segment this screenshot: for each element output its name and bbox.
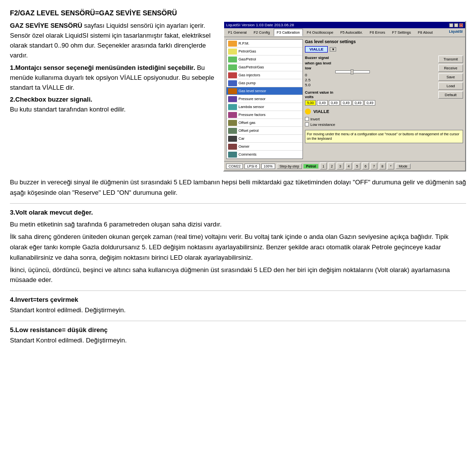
app-window: LiquidSI Version 1.03 Date 2013.06.28 _ … [223,21,466,171]
tab-f2[interactable]: F2 Config [251,29,273,36]
sensor-gas-injectors[interactable]: Gas injectors [227,71,302,79]
divider-3 [10,321,466,321]
cv-values-row: 5,00 0,49 0,49 0,49 0,49 0,49 [305,100,433,106]
sensor-rpm[interactable]: R.P.M. [227,40,302,48]
tab-f5[interactable]: F5 Autocalibr. [337,29,365,36]
lambda-icon [228,104,237,110]
slider-track[interactable] [335,70,370,73]
s3-heading: 3.Volt olarak mevcut değer. [10,209,93,216]
buzzer-info: Buzzer signalwhen gas levellow 0 2.5 5.0 [305,56,331,87]
gas-icon [228,56,237,62]
com-status: COM22 [226,164,243,169]
s4-heading: 4.Invert=ters çevirmek [10,296,78,303]
close-btn[interactable]: × [459,23,463,27]
num-btn-8[interactable]: 8 [379,163,386,170]
s5-body: Standart Kontrol edilmedi. Değiştirmeyin… [10,337,127,344]
default-button[interactable]: Default [438,91,463,99]
app-logo: LiquidSI [447,29,464,36]
main-layout: GAZ SEVİYE SENSÖRÜ sayfası LiquidsI sens… [10,21,466,171]
sensor-pressure-factors[interactable]: Pressure factors [227,111,302,119]
num-btn-star[interactable]: * [387,163,394,170]
sensor-gas-pump[interactable]: Gas pump [227,79,302,87]
tab-f4[interactable]: F4 Oscilloscope [304,29,336,36]
transmit-button[interactable]: Transmit [438,56,463,63]
buzzer-label: Buzzer signalwhen gas levellow [305,56,331,71]
slider-thumb [351,69,354,74]
comments-icon [228,152,237,158]
settings-title: Gas level sensor settings [305,39,463,44]
invert-label: Invert [310,117,320,121]
section2-buzzer-text: Bu buzzer in vereceği sinyal ile düğmeni… [10,177,466,198]
tab-f1[interactable]: F1 General [225,29,250,36]
pressure-icon [228,96,237,102]
pump-icon [228,80,237,86]
lpsi-status: LPSi 6 [244,164,260,169]
sensor-car[interactable]: Car [227,135,302,143]
section5: 5.Low resistance= düşük direnç Standart … [10,325,466,346]
load-button[interactable]: Load [438,82,463,90]
percent-status: 100% [261,164,275,169]
buzzer-val2: 2.5 [305,78,331,82]
yellow-indicator [305,109,311,114]
app-title-text: LiquidSI Version 1.03 Date 2013.06.28 [226,23,294,27]
settings-panel: Gas level sensor settings VIALLE ▼ Buzze [305,39,463,159]
sensor-gas-level[interactable]: Gas level sensor [227,87,302,95]
num-btn-6[interactable]: 6 [362,163,369,170]
num-btn-4[interactable]: 4 [345,163,352,170]
sensor-gas-petrol[interactable]: Gas/Petrol [227,56,302,63]
tab-f3[interactable]: F3 Calibration [274,29,303,36]
page-header: F2/GAZ LEVEL SENSÖRÜ=GAZ SEVİYE SENSÖRÜ [10,9,466,17]
num-btn-1[interactable]: 1 [320,163,327,170]
app-menubar: F1 General F2 Config F3 Calibration F4 O… [224,28,465,37]
status-bar: COM22 LPSi 6 100% Step-by-step Petrol 1 … [224,161,465,170]
sensor-pressure[interactable]: Pressure sensor [227,95,302,103]
petrol-icon [228,49,237,55]
fuel-badge: Petrol [303,164,318,169]
sensor-petrol-gas[interactable]: Petrol/Gas [227,48,302,56]
sensor-dropdown[interactable]: ▼ [330,47,336,52]
tab-f6[interactable]: F6 Errors [367,29,388,36]
invert-checkbox[interactable] [305,117,309,121]
low-resistance-checkbox-row: Low resistance [305,122,433,127]
vialle-badge: VIALLE [305,46,328,53]
main-title-text: F2/GAZ LEVEL SENSÖRÜ=GAZ SEVİYE SENSÖRÜ [10,9,177,17]
buzzer-values: 0 2.5 5.0 [305,73,331,87]
offset-icon [228,120,237,126]
intro-paragraph: GAZ SEVİYE SENSÖRÜ sayfası LiquidsI sens… [10,21,215,61]
cv-cell-5[interactable]: 0,49 [364,100,375,106]
app-titlebar: LiquidSI Version 1.03 Date 2013.06.28 _ … [224,22,465,28]
cv-cell-4[interactable]: 0,49 [353,100,363,106]
cv-cell-0[interactable]: 5,00 [305,100,316,106]
tab-f7[interactable]: F7 Settings [389,29,414,36]
num-btn-7[interactable]: 7 [370,163,377,170]
sensor-lambda[interactable]: Lambda sensor [227,103,302,111]
section2-paragraph: 2.Checkbox buzzer signali. Bu kutu stand… [10,95,215,114]
mode-button[interactable]: Mode [396,164,411,169]
sensor-offset-gas[interactable]: Offset gas [227,119,302,127]
step-by-step-button[interactable]: Step-by-step [277,164,302,169]
num-btn-2[interactable]: 2 [328,163,335,170]
receive-button[interactable]: Receive [438,64,463,72]
num-btn-3[interactable]: 3 [337,163,344,170]
cv-label: Current value involts [305,90,433,99]
sensor-owner[interactable]: Owner [227,143,302,151]
cv-cell-3[interactable]: 0,49 [341,100,352,106]
cv-cell-1[interactable]: 0,49 [317,100,328,106]
low-resistance-checkbox[interactable] [305,122,309,126]
invert-checkbox-row: Invert [305,117,433,121]
sensor-offset-petrol[interactable]: Offset petrol [227,127,302,135]
save-button[interactable]: Save [438,73,463,81]
slider-area [335,56,370,87]
pressf-icon [228,112,237,118]
sensor-gas-petrol-gas[interactable]: Gas/Petrol/Gas [227,63,302,71]
buzzer-val3: 5.0 [305,83,331,87]
sensor-comments[interactable]: Comments [227,151,302,159]
cv-cell-2[interactable]: 0,49 [329,100,340,106]
level-icon [228,88,237,94]
info-bar: For moving under the menu of a configura… [305,130,463,144]
page-title: F2/GAZ LEVEL SENSÖRÜ=GAZ SEVİYE SENSÖRÜ [10,9,466,17]
minimize-btn[interactable]: _ [449,23,453,27]
num-btn-5[interactable]: 5 [354,163,360,170]
maximize-btn[interactable]: □ [454,23,458,27]
tab-f8[interactable]: F8 About [415,29,436,36]
